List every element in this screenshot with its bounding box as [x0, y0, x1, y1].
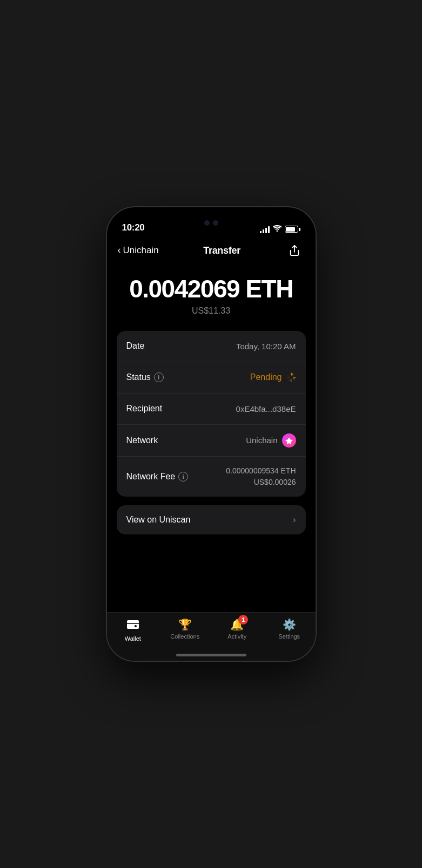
fee-info-icon[interactable]: i [178, 472, 188, 482]
tab-activity[interactable]: 🔔 1 Activity [218, 618, 256, 640]
settings-icon: ⚙️ [283, 618, 296, 631]
share-button[interactable] [285, 241, 304, 260]
collections-icon: 🏆 [178, 618, 192, 631]
back-button[interactable]: ‹ Unichain [118, 245, 159, 256]
home-indicator [176, 654, 246, 656]
battery-icon [285, 226, 300, 233]
amount-primary: 0.0042069 ETH [117, 275, 306, 303]
recipient-row: Recipient 0xE4bfa...d38eE [117, 394, 306, 425]
wallet-tab-label: Wallet [125, 635, 141, 642]
chevron-right-icon: › [293, 515, 296, 525]
wifi-icon [273, 225, 282, 233]
collections-tab-label: Collections [170, 633, 199, 640]
date-value: Today, 10:20 AM [236, 342, 296, 351]
back-label: Unichain [123, 245, 159, 256]
recipient-label: Recipient [126, 404, 163, 413]
network-label: Network [126, 436, 158, 445]
details-card: Date Today, 10:20 AM Status i Pending [117, 331, 306, 497]
page-title: Transfer [203, 245, 240, 256]
fee-row: Network Fee i 0.00000009534 ETH US$0.000… [117, 457, 306, 497]
status-row: Status i Pending [117, 362, 306, 394]
fee-eth: 0.00000009534 ETH [226, 465, 296, 477]
svg-line-2 [292, 374, 293, 375]
main-content: 0.0042069 ETH US$11.33 Date Today, 10:20… [107, 265, 316, 612]
unichain-icon [282, 433, 296, 447]
fee-usd: US$0.00026 [226, 477, 296, 488]
status-icons [260, 225, 300, 233]
amount-secondary: US$11.33 [117, 306, 306, 316]
activity-tab-label: Activity [227, 633, 246, 640]
date-label: Date [126, 341, 145, 351]
phone-shell: 10:20 ‹ Unichain [106, 206, 317, 662]
fee-label: Network Fee i [126, 472, 189, 482]
tab-collections[interactable]: 🏆 Collections [166, 618, 204, 640]
tab-wallet[interactable]: Wallet [114, 618, 152, 642]
activity-icon: 🔔 1 [230, 618, 244, 631]
di-sensor [213, 220, 218, 226]
tab-settings[interactable]: ⚙️ Settings [270, 618, 308, 640]
signal-icon [260, 226, 270, 233]
network-value: Unichain [246, 433, 296, 447]
network-row: Network Unichain [117, 425, 306, 457]
pending-spinner-icon [286, 372, 296, 382]
svg-point-9 [135, 625, 137, 627]
status-time: 10:20 [122, 222, 145, 233]
di-camera [204, 220, 210, 226]
fee-value: 0.00000009534 ETH US$0.00026 [226, 465, 296, 488]
status-info-icon[interactable]: i [154, 372, 164, 382]
svg-line-8 [287, 376, 289, 377]
dynamic-island [179, 214, 244, 232]
nav-bar: ‹ Unichain Transfer [107, 236, 316, 265]
uniscan-label: View on Uniscan [126, 515, 191, 525]
uniscan-button[interactable]: View on Uniscan › [117, 505, 306, 534]
amount-section: 0.0042069 ETH US$11.33 [117, 275, 306, 316]
wallet-icon [126, 618, 139, 633]
recipient-value: 0xE4bfa...d38eE [236, 404, 296, 413]
date-row: Date Today, 10:20 AM [117, 331, 306, 362]
svg-line-6 [289, 379, 290, 381]
settings-tab-label: Settings [278, 633, 300, 640]
status-text: Pending [250, 372, 282, 382]
back-chevron-icon: ‹ [118, 245, 121, 256]
activity-badge: 1 [238, 615, 248, 625]
svg-line-4 [293, 378, 294, 379]
status-value: Pending [250, 372, 296, 382]
network-name: Unichain [246, 436, 277, 445]
status-label: Status i [126, 372, 164, 382]
